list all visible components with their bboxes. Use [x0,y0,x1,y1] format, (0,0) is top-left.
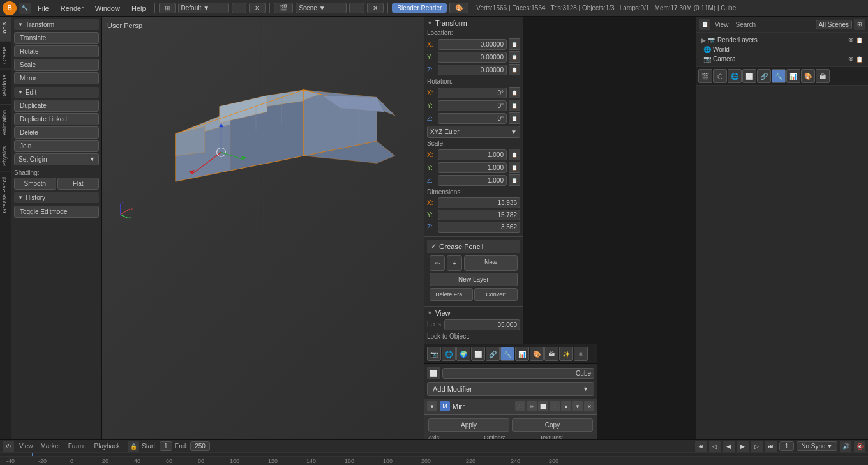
constraints-prop-icon[interactable]: 🔗 [486,347,500,361]
add-scene-btn[interactable]: + [349,3,364,13]
pi-material[interactable]: 🎨 [801,69,815,83]
flat-button[interactable]: Flat [57,178,100,190]
tab-grease-pencil[interactable]: Grease Pencil [0,171,11,218]
scale-button[interactable]: Scale [14,59,99,71]
location-y-field[interactable]: 0.00000 [438,52,507,63]
set-origin-button[interactable]: Set Origin [14,153,86,165]
info-icon[interactable]: 🔧 [19,3,31,14]
start-field[interactable]: 1 [160,441,172,451]
mirror-moveup-icon[interactable]: ▲ [561,401,571,411]
no-sync-dropdown[interactable]: No Sync ▼ [797,441,837,451]
location-y-copy[interactable]: 📋 [509,51,520,63]
delete-button[interactable]: Delete [14,126,99,139]
location-z-copy[interactable]: 📋 [509,64,520,75]
mute-icon[interactable]: 🔇 [854,441,865,452]
menu-help[interactable]: Help [127,3,151,13]
gp-delete-frames-button[interactable]: Delete Fra... [430,288,473,301]
mirror-collapse-icon[interactable]: ▼ [427,401,437,411]
menu-window[interactable]: Window [91,3,124,13]
pi-world[interactable]: 🌐 [728,69,742,83]
translate-button[interactable]: Translate [14,32,99,44]
mirror-expand-icon[interactable]: ↕ [550,401,560,411]
texture-prop-icon[interactable]: 🏔 [544,347,558,361]
scene-prop-icon[interactable]: 🌐 [442,347,456,361]
mirror-copy-button[interactable]: Copy [512,418,593,432]
menu-file[interactable]: File [33,3,54,13]
rotation-z-field[interactable]: 0° [438,113,507,124]
viewport[interactable]: User Persp [102,17,424,465]
scale-z-copy[interactable]: 📋 [509,174,520,186]
mirror-movedown-icon[interactable]: ▼ [572,401,583,411]
gp-new-button[interactable]: New [464,255,518,271]
add-modifier-button[interactable]: Add Modifier ▼ [427,382,594,396]
gp-draw-icon[interactable]: ✏ [430,255,445,271]
add-workspace-btn[interactable]: + [232,3,247,13]
transform-header[interactable]: ▼ Transform [14,19,99,30]
mirror-apply-button[interactable]: Apply [428,418,509,432]
timeline-view-btn[interactable]: View [17,442,36,450]
material-prop-icon[interactable]: 🎨 [530,347,544,361]
rotation-y-field[interactable]: 0° [438,100,507,111]
gp-add-icon[interactable]: + [447,255,462,271]
mirror-adjust-icon[interactable]: ⬜ [538,401,548,411]
grease-pencil-header[interactable]: ✓ Grease Pencil [427,240,520,253]
jump-start-icon[interactable]: ⏮ [695,441,707,452]
scene-view-btn[interactable]: View [712,20,731,29]
all-scenes-dropdown[interactable]: All Scenes [816,20,852,29]
physics-prop-icon[interactable]: ⚛ [574,347,588,361]
tree-camera[interactable]: 📷 Camera 👁 📋 [699,54,865,64]
tree-world[interactable]: 🌐 World [699,45,865,54]
set-origin-dropdown[interactable]: ▼ [86,153,99,165]
scale-z-field[interactable]: 1.000 [438,175,507,186]
location-x-field[interactable]: 0.00000 [438,39,507,50]
mirror-render-icon[interactable]: 🎥 [515,401,525,411]
location-x-copy[interactable]: 📋 [509,38,520,50]
rotation-y-copy[interactable]: 📋 [509,100,520,111]
timeline-marker-btn[interactable]: Marker [38,442,63,450]
gp-new-layer-button[interactable]: New Layer [430,273,518,286]
view-header[interactable]: ▼ View [427,309,520,317]
object-prop-icon[interactable]: ⬜ [471,347,485,361]
mirror-edit-icon[interactable]: ✏ [527,401,537,411]
scene-search-btn[interactable]: Search [733,20,759,29]
timeline-type-icon[interactable]: ⏱ [3,441,14,452]
remove-workspace-btn[interactable]: ✕ [249,3,266,13]
toggle-editmode-button[interactable]: Toggle Editmode [14,206,99,218]
mirror-button[interactable]: Mirror [14,72,99,84]
scale-y-copy[interactable]: 📋 [509,162,520,173]
timeline-frame-btn[interactable]: Frame [66,442,89,450]
object-name-field[interactable]: Cube [442,368,594,379]
data-prop-icon[interactable]: 📊 [515,347,529,361]
pi-data[interactable]: 📊 [786,69,800,83]
join-button[interactable]: Join [14,140,99,152]
modifier-prop-icon[interactable]: 🔧 [500,347,514,361]
next-frame-icon[interactable]: ▷ [751,441,763,452]
pi-modifier[interactable]: 🔧 [772,69,786,83]
edit-header[interactable]: ▼ Edit [14,87,99,98]
duplicate-button[interactable]: Duplicate [14,100,99,112]
scale-x-field[interactable]: 1.000 [438,149,507,160]
pi-constraint[interactable]: 🔗 [757,69,771,83]
scene-icon-btn[interactable]: 🎬 [274,3,293,13]
pi-texture[interactable]: 🏔 [816,69,830,83]
render-engine-select[interactable]: Blender Render [392,3,447,13]
dim-z-field[interactable]: 3.562 [438,222,520,232]
render-icon[interactable]: 🎨 [449,3,468,13]
dim-y-field[interactable]: 15.782 [438,210,520,220]
play-icon[interactable]: ▶ [737,441,749,452]
duplicate-linked-button[interactable]: Duplicate Linked [14,113,99,125]
lens-field[interactable]: 35.000 [444,319,520,330]
workspace-select[interactable]: Default ▼ [178,3,229,13]
current-frame-field[interactable]: 1 [779,441,795,451]
scene-sort-icon[interactable]: ⊞ [854,19,865,30]
layout-grid-btn[interactable]: ⊞ [159,3,176,13]
tab-physics[interactable]: Physics [0,141,11,171]
rotation-x-copy[interactable]: 📋 [509,87,520,98]
tab-create[interactable]: Create [0,41,11,69]
world-prop-icon[interactable]: 🌍 [456,347,470,361]
tab-tools[interactable]: Tools [0,17,11,41]
audio-icon[interactable]: 🔊 [840,441,851,452]
jump-end-icon[interactable]: ⏭ [765,441,777,452]
end-field[interactable]: 250 [190,441,210,451]
pi-render[interactable]: 🎬 [698,69,712,83]
